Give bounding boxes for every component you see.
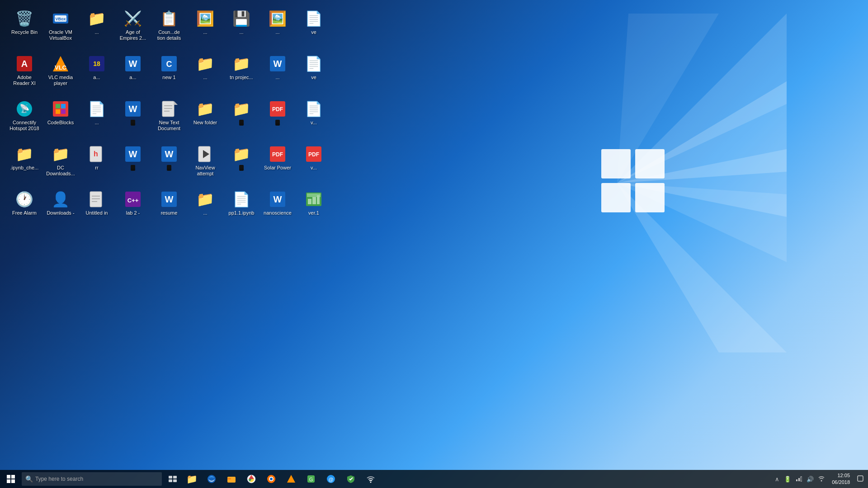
svg-rect-72 bbox=[169, 476, 172, 479]
age-of-empires-icon[interactable]: ⚔️ Age of Empires 2... bbox=[115, 7, 151, 52]
taskbar-app6[interactable]: G bbox=[301, 470, 321, 488]
nanoscience-icon[interactable]: W nanoscience bbox=[260, 188, 295, 233]
img-file1-icon[interactable]: 🖼️ ... bbox=[188, 7, 223, 52]
svg-text:📡: 📡 bbox=[19, 103, 30, 113]
new1-icon[interactable]: C new 1 bbox=[151, 52, 187, 97]
adobe-reader-icon[interactable]: A AdobeReader XI bbox=[7, 52, 42, 97]
new-text-document-icon[interactable]: New Text Document bbox=[151, 97, 187, 142]
fifa18-icon[interactable]: 18 a... bbox=[79, 52, 114, 97]
taskbar-file-explorer[interactable]: 📁 bbox=[182, 470, 202, 488]
disk-icon[interactable]: 💾 ... bbox=[224, 7, 259, 52]
oracle-vm-icon[interactable]: VBox Oracle VMVirtualBox bbox=[43, 7, 78, 52]
ver3-icon[interactable]: 📄 v... bbox=[296, 97, 331, 142]
task-view-button[interactable] bbox=[164, 470, 182, 488]
folder2-icon[interactable]: 📁 ... bbox=[188, 52, 223, 97]
svg-text:W: W bbox=[129, 59, 137, 69]
svg-rect-29 bbox=[61, 104, 66, 108]
pp1-icon[interactable]: 📄 pp1.1.ipynb bbox=[224, 188, 259, 233]
tray-expand[interactable]: ∧ bbox=[774, 475, 780, 483]
nanoscience-image: W bbox=[269, 190, 287, 208]
ipynb-icon[interactable]: 📁 .ipynb_che... bbox=[7, 142, 42, 188]
taskbar-file-explorer2[interactable] bbox=[222, 470, 241, 488]
svg-text:W: W bbox=[165, 149, 174, 159]
ver4-icon[interactable]: PDF v... bbox=[296, 142, 331, 188]
tray-wifi[interactable] bbox=[817, 474, 826, 484]
adobe-reader-label: AdobeReader XI bbox=[13, 75, 36, 86]
svg-rect-70 bbox=[7, 479, 10, 483]
folder-blk2-label: ... bbox=[239, 165, 243, 171]
folder-image-1: 📁 bbox=[88, 9, 106, 28]
taskbar-app7[interactable]: @ bbox=[321, 470, 341, 488]
ver5-icon[interactable]: ver.1 bbox=[296, 188, 331, 233]
word-blk2-icon[interactable]: W ... bbox=[115, 142, 151, 188]
new-folder-icon[interactable]: 📁 New folder bbox=[188, 97, 223, 142]
fifa18-label: a... bbox=[93, 75, 100, 80]
svg-text:C++: C++ bbox=[127, 197, 139, 204]
taskbar-wifi[interactable] bbox=[361, 470, 381, 488]
svg-rect-28 bbox=[56, 104, 60, 108]
search-container[interactable]: 🔍 bbox=[22, 472, 162, 486]
svg-point-89 bbox=[370, 482, 372, 483]
navview-icon[interactable]: NavViewattempt bbox=[188, 142, 223, 188]
taskbar-edge[interactable] bbox=[202, 470, 222, 488]
word-ve-image: W bbox=[269, 55, 287, 73]
recycle-bin-icon[interactable]: 🗑️ Recycle Bin bbox=[7, 7, 42, 52]
resume-icon[interactable]: W resume bbox=[151, 188, 187, 233]
dc-downloads-icon[interactable]: 📁 DCDownloads... bbox=[43, 142, 78, 188]
taskbar-shield[interactable] bbox=[341, 470, 361, 488]
ver4-label: v... bbox=[311, 165, 317, 171]
svg-text:h: h bbox=[94, 150, 98, 158]
tn-project-icon[interactable]: 📁 tn projec... bbox=[224, 52, 259, 97]
svg-rect-67 bbox=[317, 195, 320, 204]
word-blk1-icon[interactable]: W ... bbox=[115, 97, 151, 142]
free-alarm-icon[interactable]: 🕐 Free Alarm bbox=[7, 188, 42, 233]
folder-blk3-icon[interactable]: 📁 ... bbox=[188, 188, 223, 233]
disk-label: ... bbox=[239, 29, 243, 35]
ver2-icon[interactable]: 📄 ve bbox=[296, 52, 331, 97]
img-file2-icon[interactable]: 🖼️ ... bbox=[260, 7, 295, 52]
word-blk2-image: W bbox=[124, 145, 142, 163]
connectify-icon[interactable]: 📡 ConnectifyHotspot 2018 bbox=[7, 97, 42, 142]
solar-power-icon[interactable]: PDF Solar Power bbox=[260, 142, 295, 188]
untitled-in-icon[interactable]: Untitled in bbox=[79, 188, 114, 233]
vlc-icon[interactable]: VLC VLC mediaplayer bbox=[43, 52, 78, 97]
search-input[interactable] bbox=[22, 472, 162, 486]
ver2-image: 📄 bbox=[305, 55, 323, 73]
cpp-icon[interactable]: C++ lab 2 - bbox=[115, 188, 151, 233]
downloads-icon[interactable]: 👤 Downloads - bbox=[43, 188, 78, 233]
svg-text:A: A bbox=[21, 59, 28, 69]
pdf-blk-icon[interactable]: PDF ... bbox=[260, 97, 295, 142]
tray-battery: 🔋 bbox=[783, 475, 792, 483]
blk-file2-icon[interactable]: W ... bbox=[151, 142, 187, 188]
new-folder-image: 📁 bbox=[196, 100, 214, 118]
folder-blk2-image: 📁 bbox=[232, 145, 250, 163]
tray-notification[interactable] bbox=[856, 474, 864, 484]
rr-icon[interactable]: h rr bbox=[79, 142, 114, 188]
ver1-icon[interactable]: 📄 ve bbox=[296, 7, 331, 52]
folder-blk2-icon[interactable]: 📁 ... bbox=[224, 142, 259, 188]
blk-file2-label: ... bbox=[167, 165, 171, 171]
taskbar-chrome[interactable] bbox=[241, 470, 261, 488]
tray-sound[interactable]: 🔊 bbox=[806, 475, 815, 483]
clock-date: 06/2018 bbox=[832, 479, 850, 486]
age-of-empires-label: Age of Empires 2... bbox=[117, 29, 149, 41]
codeblocks-label: CodeBlocks bbox=[47, 120, 74, 126]
start-button[interactable] bbox=[0, 470, 22, 488]
nanoscience-label: nanoscience bbox=[264, 210, 292, 216]
word-a-icon[interactable]: W a... bbox=[115, 52, 151, 97]
folder-blk-icon[interactable]: 📁 ... bbox=[224, 97, 259, 142]
folder-icon-1[interactable]: 📁 ... bbox=[79, 7, 114, 52]
svg-rect-94 bbox=[858, 476, 863, 481]
svg-rect-74 bbox=[169, 479, 172, 482]
tray-network[interactable] bbox=[795, 474, 803, 484]
codeblocks-icon[interactable]: CodeBlocks bbox=[43, 97, 78, 142]
svg-rect-92 bbox=[801, 477, 802, 481]
taskbar-vlc[interactable] bbox=[281, 470, 301, 488]
counter-details-icon[interactable]: 📋 Coun...detion details bbox=[151, 7, 187, 52]
clock[interactable]: 12:05 06/2018 bbox=[828, 472, 854, 486]
solar-power-label: Solar Power bbox=[264, 165, 291, 171]
rr-image: h bbox=[88, 145, 106, 163]
taskbar-firefox[interactable] bbox=[261, 470, 281, 488]
text-file1-icon[interactable]: 📄 ... bbox=[79, 97, 114, 142]
word-ve-icon[interactable]: W ... bbox=[260, 52, 295, 97]
